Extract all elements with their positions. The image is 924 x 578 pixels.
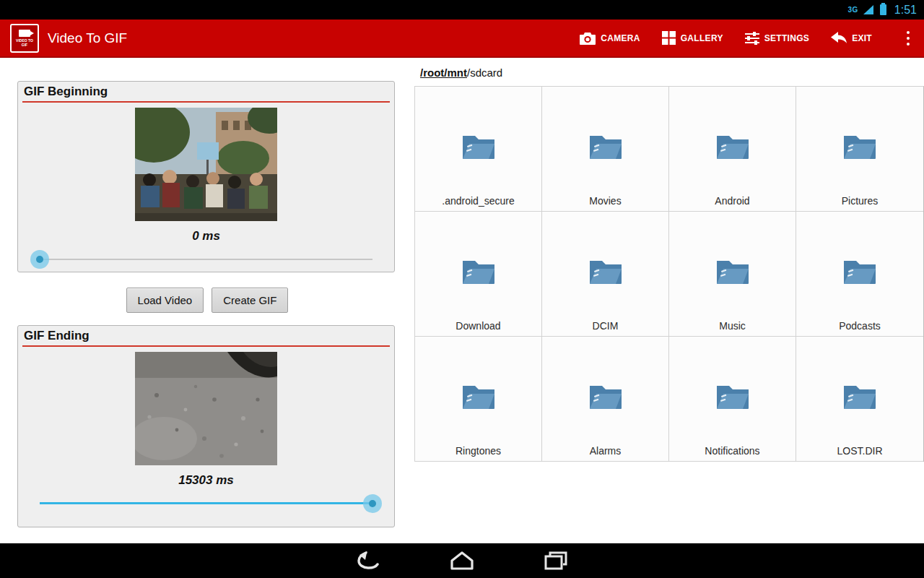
recents-button[interactable] bbox=[544, 548, 568, 573]
folder-item[interactable]: Android bbox=[669, 87, 796, 212]
folder-label: Podcasts bbox=[839, 320, 881, 332]
exit-action-button[interactable]: EXIT bbox=[831, 32, 872, 44]
create-gif-button[interactable]: Create GIF bbox=[212, 288, 288, 313]
app-icon-label: VIDEO TO GIF bbox=[14, 38, 35, 47]
settings-action-label: SETTINGS bbox=[764, 33, 809, 43]
screen: 3G 1:51 VIDEO TO GIF Video To GIF CAMERA bbox=[0, 0, 924, 578]
folder-label: Music bbox=[719, 320, 746, 332]
load-video-button[interactable]: Load Video bbox=[126, 288, 204, 313]
action-bar-actions: CAMERA GALLERY bbox=[580, 27, 918, 50]
overflow-dot bbox=[907, 37, 910, 40]
folder-label: Movies bbox=[589, 195, 621, 207]
folder-item[interactable]: Notifications bbox=[669, 337, 796, 462]
folder-item[interactable]: Alarms bbox=[542, 337, 669, 462]
folder-icon bbox=[460, 383, 497, 412]
signal-strength-icon bbox=[863, 5, 873, 14]
folder-icon bbox=[587, 133, 624, 162]
folder-label: Notifications bbox=[705, 445, 759, 457]
home-button[interactable] bbox=[450, 548, 474, 573]
folder-icon bbox=[841, 383, 879, 412]
overflow-menu-button[interactable] bbox=[898, 27, 918, 50]
folder-icon bbox=[587, 383, 624, 412]
home-icon bbox=[450, 551, 474, 570]
slider-fill bbox=[40, 502, 372, 504]
app-launcher-icon[interactable]: VIDEO TO GIF bbox=[10, 24, 39, 53]
action-bar: VIDEO TO GIF Video To GIF CAMERA bbox=[0, 20, 924, 58]
gallery-action-button[interactable]: GALLERY bbox=[662, 31, 723, 45]
folder-icon bbox=[714, 258, 751, 287]
camera-icon bbox=[580, 32, 596, 45]
exit-arrow-icon bbox=[831, 32, 847, 44]
folder-item[interactable]: .android_secure bbox=[415, 87, 542, 212]
folder-label: Android bbox=[715, 195, 749, 207]
exit-action-label: EXIT bbox=[852, 33, 872, 43]
path-current-segment: /sdcard bbox=[467, 66, 502, 79]
beginning-time-label: 0 ms bbox=[18, 229, 394, 243]
folder-item[interactable]: DCIM bbox=[542, 212, 669, 337]
folder-label: Pictures bbox=[842, 195, 879, 207]
gif-ending-title: GIF Ending bbox=[18, 326, 394, 345]
file-browser-pane: /root/mnt/sdcard .android_secure Movies … bbox=[414, 58, 924, 543]
folder-label: Download bbox=[456, 320, 500, 332]
folder-item[interactable]: Movies bbox=[542, 87, 669, 212]
slider-thumb[interactable] bbox=[363, 494, 382, 513]
back-icon bbox=[357, 551, 380, 570]
folder-item[interactable]: LOST.DIR bbox=[796, 337, 923, 462]
status-clock: 1:51 bbox=[894, 4, 917, 17]
editor-buttons-row: Load Video Create GIF bbox=[0, 288, 414, 313]
gallery-icon bbox=[662, 31, 676, 45]
gif-ending-panel: GIF Ending bbox=[17, 325, 395, 527]
folder-icon bbox=[841, 133, 879, 162]
back-button[interactable] bbox=[356, 548, 380, 573]
folder-label: .android_secure bbox=[442, 195, 514, 207]
camera-glyph-icon bbox=[19, 30, 30, 37]
folder-icon bbox=[714, 383, 751, 412]
folder-icon bbox=[460, 133, 497, 162]
folder-icon bbox=[587, 258, 624, 287]
folder-icon bbox=[841, 258, 879, 287]
path-root-segment[interactable]: /root/mnt bbox=[420, 66, 467, 79]
camera-action-button[interactable]: CAMERA bbox=[580, 32, 640, 45]
app-title: Video To GIF bbox=[48, 30, 127, 46]
system-nav-bar bbox=[0, 543, 924, 578]
folder-label: DCIM bbox=[593, 320, 619, 332]
beginning-frame-preview bbox=[135, 108, 277, 221]
beginning-position-slider[interactable] bbox=[40, 248, 372, 271]
folder-grid: .android_secure Movies Android Pictures … bbox=[414, 86, 924, 462]
gif-beginning-panel: GIF Beginning bbox=[17, 81, 395, 272]
gif-beginning-title: GIF Beginning bbox=[18, 82, 394, 101]
folder-item[interactable]: Pictures bbox=[796, 87, 923, 212]
settings-action-button[interactable]: SETTINGS bbox=[745, 32, 809, 45]
gallery-action-label: GALLERY bbox=[681, 33, 723, 43]
ending-position-slider[interactable] bbox=[40, 492, 372, 515]
ending-frame-preview bbox=[135, 352, 277, 465]
settings-icon bbox=[745, 32, 759, 45]
breadcrumb: /root/mnt/sdcard bbox=[414, 58, 924, 86]
slider-thumb[interactable] bbox=[30, 250, 49, 269]
red-divider bbox=[22, 345, 390, 347]
folder-item[interactable]: Music bbox=[669, 212, 796, 337]
slider-track[interactable] bbox=[40, 259, 372, 260]
folder-label: Ringtones bbox=[456, 445, 501, 457]
camera-action-label: CAMERA bbox=[601, 33, 640, 43]
folder-item[interactable]: Ringtones bbox=[415, 337, 542, 462]
folder-label: LOST.DIR bbox=[837, 445, 882, 457]
ending-time-label: 15303 ms bbox=[18, 473, 394, 488]
overflow-dot bbox=[907, 43, 910, 46]
gif-editor-pane: GIF Beginning bbox=[0, 58, 414, 543]
battery-icon bbox=[880, 4, 886, 15]
recents-icon bbox=[544, 551, 567, 570]
folder-icon bbox=[460, 258, 497, 287]
folder-item[interactable]: Download bbox=[415, 212, 542, 337]
folder-icon bbox=[714, 133, 751, 162]
overflow-dot bbox=[907, 31, 910, 34]
red-divider bbox=[22, 101, 390, 103]
status-bar: 3G 1:51 bbox=[0, 0, 924, 20]
folder-item[interactable]: Podcasts bbox=[796, 212, 923, 337]
folder-label: Alarms bbox=[590, 445, 622, 457]
network-type-label: 3G bbox=[848, 6, 858, 14]
